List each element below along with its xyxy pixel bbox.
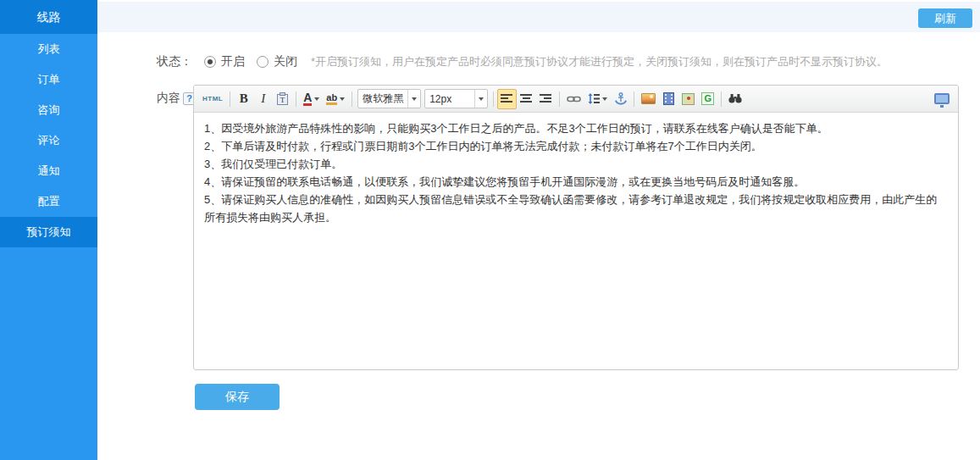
- sidebar-item-comments[interactable]: 评论: [0, 125, 97, 156]
- content-label: 内容: [157, 91, 180, 106]
- status-label: 状态：: [157, 54, 192, 69]
- font-family-value: 微软雅黑: [358, 90, 407, 108]
- editor-toolbar: HTML B I T A ab 微软雅黑 12px: [194, 86, 958, 113]
- find-replace-button[interactable]: [725, 89, 745, 109]
- html-label: HTML: [202, 95, 223, 103]
- map-icon: [682, 93, 695, 105]
- highlight-color-button[interactable]: ab: [323, 89, 348, 109]
- insert-map-button[interactable]: [678, 89, 698, 109]
- sidebar-item-booking-notes[interactable]: 预订须知: [0, 217, 97, 247]
- radio-on-icon[interactable]: [204, 56, 216, 68]
- notice-line: 4、请保证预留的联系电话畅通，以便联系，我们诚挚建议您将预留手机开通国际漫游，或…: [204, 173, 948, 191]
- image-icon: [641, 93, 656, 104]
- highlight-icon: ab: [326, 92, 337, 105]
- italic-button[interactable]: I: [253, 89, 273, 109]
- save-button[interactable]: 保存: [195, 384, 280, 410]
- sidebar-item-list[interactable]: 列表: [0, 34, 97, 64]
- notice-line: 1、因受境外旅游产品特殊性的影响，只能购买3个工作日之后的产品。不足3个工作日的…: [204, 119, 948, 137]
- chevron-down-icon: [314, 97, 319, 101]
- chevron-down-icon: [340, 97, 345, 101]
- source-code-button[interactable]: HTML: [199, 89, 226, 109]
- sidebar-item-config[interactable]: 配置: [0, 186, 97, 217]
- svg-text:T: T: [280, 96, 285, 104]
- sidebar-item-notifications[interactable]: 通知: [0, 156, 97, 186]
- sidebar: 线路 列表 订单 咨询 评论 通知 配置 预订须知: [0, 0, 97, 460]
- insert-video-button[interactable]: [659, 89, 678, 109]
- sidebar-header-route[interactable]: 线路: [0, 0, 97, 34]
- toolbar-separator: [634, 91, 634, 107]
- google-map-button[interactable]: G: [698, 89, 717, 109]
- font-family-select[interactable]: 微软雅黑: [357, 89, 421, 108]
- toolbar-separator: [352, 91, 352, 107]
- font-size-value: 12px: [425, 90, 474, 108]
- rich-text-editor: HTML B I T A ab 微软雅黑 12px: [193, 85, 959, 370]
- status-note: *开启预订须知，用户在预定产品时必须同意预订协议才能进行预定，关闭预订须知，则在…: [311, 54, 888, 69]
- notice-line: 2、下单后请及时付款，行程或门票日期前3个工作日内的订单将无法完成付款；未付款订…: [204, 137, 948, 155]
- fullscreen-button[interactable]: [931, 89, 953, 109]
- topbar: 刷新: [97, 2, 980, 32]
- align-left-icon: [501, 93, 513, 104]
- google-map-icon: G: [701, 92, 714, 105]
- toolbar-separator: [230, 91, 230, 107]
- notice-line: 5、请保证购买人信息的准确性，如因购买人预留信息错误或不全导致确认函需要修改，请…: [204, 191, 948, 226]
- font-color-button[interactable]: A: [300, 89, 323, 109]
- clipboard-icon: T: [276, 92, 289, 106]
- sidebar-item-orders[interactable]: 订单: [0, 64, 97, 95]
- insert-image-button[interactable]: [638, 89, 659, 109]
- binoculars-icon: [728, 93, 742, 104]
- editor-content-area[interactable]: 1、因受境外旅游产品特殊性的影响，只能购买3个工作日之后的产品。不足3个工作日的…: [194, 113, 958, 370]
- monitor-icon: [934, 93, 950, 104]
- sidebar-item-consult[interactable]: 咨询: [0, 95, 97, 125]
- anchor-icon: [615, 92, 627, 105]
- chevron-down-icon: [602, 97, 607, 101]
- align-center-icon: [520, 93, 533, 104]
- chevron-down-icon: [474, 90, 487, 108]
- paste-as-text-button[interactable]: T: [273, 89, 292, 109]
- align-right-button[interactable]: [536, 89, 556, 109]
- line-height-icon: [588, 93, 600, 104]
- align-left-button[interactable]: [497, 89, 517, 109]
- font-color-icon: A: [303, 92, 312, 106]
- video-icon: [663, 92, 674, 105]
- status-row: 状态： 开启 关闭 *开启预订须知，用户在预定产品时必须同意预订协议才能进行预定…: [157, 53, 888, 71]
- chevron-down-icon: [407, 90, 420, 108]
- link-icon: [567, 95, 581, 103]
- line-height-button[interactable]: [584, 89, 611, 109]
- status-radio-off[interactable]: 关闭: [257, 54, 297, 69]
- anchor-button[interactable]: [611, 89, 630, 109]
- status-radio-on[interactable]: 开启: [204, 54, 245, 69]
- radio-off-icon[interactable]: [257, 56, 269, 68]
- font-size-select[interactable]: 12px: [424, 89, 488, 108]
- align-center-button[interactable]: [517, 89, 536, 109]
- insert-link-button[interactable]: [563, 89, 584, 109]
- refresh-button[interactable]: 刷新: [918, 8, 972, 28]
- radio-off-label: 关闭: [274, 54, 297, 69]
- toolbar-separator: [559, 91, 560, 107]
- toolbar-separator: [296, 91, 296, 107]
- align-right-icon: [540, 93, 552, 104]
- radio-on-label: 开启: [221, 54, 245, 69]
- toolbar-separator: [493, 91, 494, 107]
- bold-button[interactable]: B: [234, 89, 253, 109]
- notice-line: 3、我们仅受理已付款订单。: [204, 155, 948, 173]
- toolbar-separator: [721, 91, 722, 107]
